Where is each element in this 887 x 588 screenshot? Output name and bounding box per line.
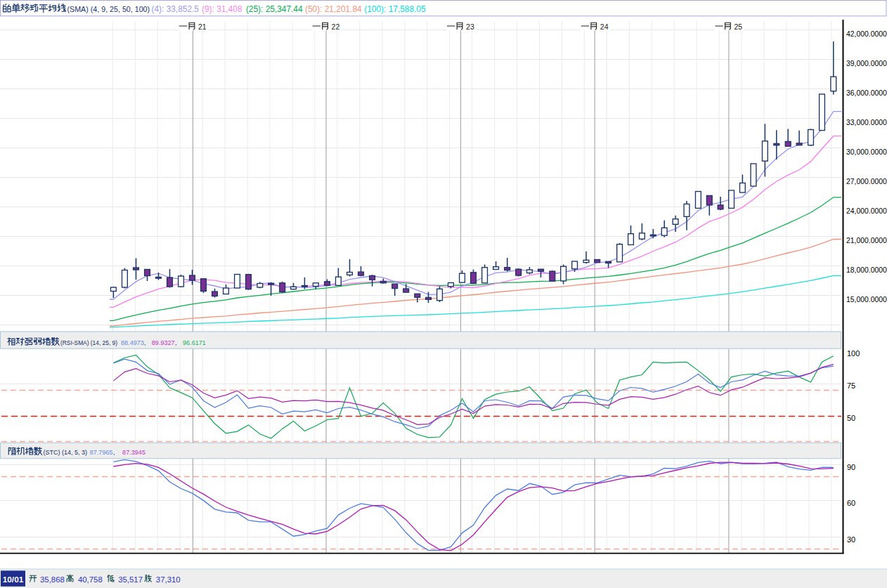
svg-text:75: 75 bbox=[847, 381, 855, 390]
svg-text:18,000.0000: 18,000.0000 bbox=[846, 266, 887, 274]
svg-text:39,000.0000: 39,000.0000 bbox=[846, 60, 887, 67]
svg-text:21,000.0000: 21,000.0000 bbox=[846, 237, 887, 244]
svg-text:(9): 31,408: (9): 31,408 bbox=[202, 4, 242, 14]
svg-text:,: , bbox=[144, 339, 146, 346]
svg-text:,: , bbox=[175, 339, 177, 346]
svg-text:42,000.0000: 42,000.0000 bbox=[846, 30, 887, 38]
svg-text:10/01: 10/01 bbox=[3, 575, 24, 584]
svg-text:21: 21 bbox=[198, 22, 207, 31]
svg-text:(50): 21,201.84: (50): 21,201.84 bbox=[305, 4, 362, 14]
svg-text:30: 30 bbox=[847, 535, 855, 544]
svg-text:25: 25 bbox=[734, 22, 743, 31]
svg-text:100: 100 bbox=[847, 349, 860, 358]
svg-text:24,000.0000: 24,000.0000 bbox=[846, 207, 887, 215]
svg-text:87.3945: 87.3945 bbox=[122, 449, 145, 456]
svg-text:27,000.0000: 27,000.0000 bbox=[846, 178, 887, 185]
svg-text:35,517: 35,517 bbox=[118, 575, 143, 584]
svg-text:37,310: 37,310 bbox=[156, 575, 181, 584]
svg-text:90: 90 bbox=[847, 463, 855, 471]
svg-text:(STC) (14, 5, 3): (STC) (14, 5, 3) bbox=[43, 449, 87, 456]
svg-text:,: , bbox=[113, 449, 115, 456]
svg-text:40,758: 40,758 bbox=[78, 575, 103, 584]
svg-text:(25): 25,347.44: (25): 25,347.44 bbox=[246, 4, 303, 14]
svg-text:33,000.0000: 33,000.0000 bbox=[846, 119, 887, 126]
svg-text:30,000.0000: 30,000.0000 bbox=[846, 148, 887, 156]
svg-text:60: 60 bbox=[847, 499, 855, 507]
svg-text:(100): 17,588.05: (100): 17,588.05 bbox=[364, 4, 426, 14]
svg-text:24: 24 bbox=[600, 22, 609, 31]
svg-text:15,000.0000: 15,000.0000 bbox=[846, 296, 887, 303]
svg-text:23: 23 bbox=[466, 22, 474, 31]
svg-text:36,000.0000: 36,000.0000 bbox=[846, 89, 887, 97]
svg-text:87.7965: 87.7965 bbox=[90, 449, 113, 456]
svg-text:88.4973: 88.4973 bbox=[121, 339, 144, 346]
svg-text:(RSI-SMA) (14, 25, 9): (RSI-SMA) (14, 25, 9) bbox=[60, 339, 117, 346]
svg-text:(4): 33,852.5: (4): 33,852.5 bbox=[152, 4, 200, 14]
svg-text:22: 22 bbox=[332, 22, 340, 31]
svg-text:(SMA) (4, 9, 25, 50, 100): (SMA) (4, 9, 25, 50, 100) bbox=[67, 5, 150, 13]
svg-text:50: 50 bbox=[847, 414, 855, 422]
svg-text:89.9327: 89.9327 bbox=[152, 339, 175, 346]
svg-text:35,868: 35,868 bbox=[40, 575, 65, 584]
svg-text:96.6171: 96.6171 bbox=[183, 339, 206, 346]
